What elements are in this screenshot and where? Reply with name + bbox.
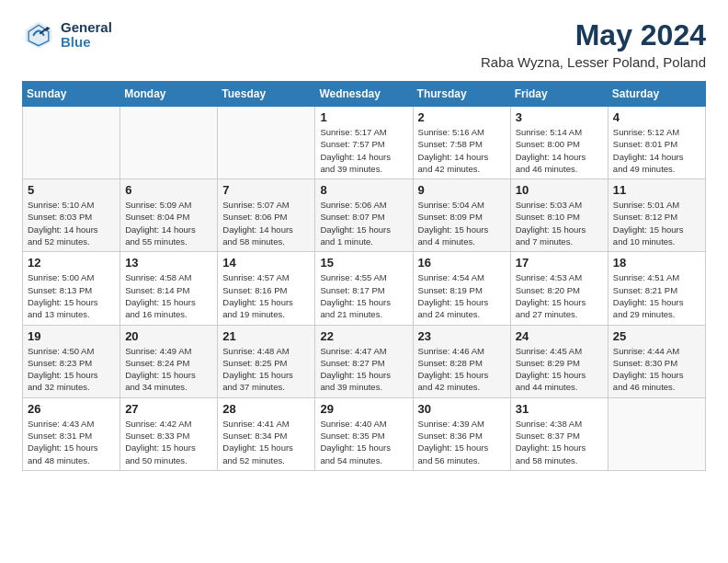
calendar-header: SundayMondayTuesdayWednesdayThursdayFrid… (23, 82, 706, 107)
day-info: Sunrise: 4:44 AM Sunset: 8:30 PM Dayligh… (613, 345, 700, 394)
day-info: Sunrise: 5:14 AM Sunset: 8:00 PM Dayligh… (516, 126, 603, 175)
calendar-table: SundayMondayTuesdayWednesdayThursdayFrid… (22, 81, 706, 471)
day-number: 17 (516, 256, 603, 270)
day-info: Sunrise: 4:48 AM Sunset: 8:25 PM Dayligh… (222, 345, 310, 394)
day-number: 21 (222, 329, 310, 343)
day-info: Sunrise: 4:46 AM Sunset: 8:28 PM Dayligh… (418, 345, 506, 394)
day-cell: 14Sunrise: 4:57 AM Sunset: 8:16 PM Dayli… (218, 252, 315, 325)
page-container: General Blue May 2024 Raba Wyzna, Lesser… (0, 0, 728, 486)
day-number: 23 (418, 329, 506, 343)
day-number: 4 (613, 110, 700, 124)
day-number: 11 (613, 183, 700, 197)
logo-general-text: General (61, 20, 112, 36)
day-number: 19 (28, 329, 115, 343)
day-number: 13 (125, 256, 212, 270)
week-row-5: 26Sunrise: 4:43 AM Sunset: 8:31 PM Dayli… (23, 397, 706, 470)
day-number: 2 (418, 110, 506, 124)
day-cell: 10Sunrise: 5:03 AM Sunset: 8:10 PM Dayli… (510, 179, 608, 252)
day-cell: 18Sunrise: 4:51 AM Sunset: 8:21 PM Dayli… (608, 252, 705, 325)
weekday-row: SundayMondayTuesdayWednesdayThursdayFrid… (23, 82, 706, 107)
day-cell: 31Sunrise: 4:38 AM Sunset: 8:37 PM Dayli… (510, 397, 608, 470)
day-cell (608, 397, 705, 470)
day-number: 12 (28, 256, 115, 270)
day-info: Sunrise: 5:16 AM Sunset: 7:58 PM Dayligh… (418, 126, 506, 175)
day-info: Sunrise: 5:10 AM Sunset: 8:03 PM Dayligh… (28, 199, 115, 247)
day-cell: 26Sunrise: 4:43 AM Sunset: 8:31 PM Dayli… (23, 397, 120, 470)
month-title: May 2024 (481, 18, 706, 52)
day-cell: 15Sunrise: 4:55 AM Sunset: 8:17 PM Dayli… (315, 252, 413, 325)
logo-icon (22, 18, 55, 52)
week-row-1: 1Sunrise: 5:17 AM Sunset: 7:57 PM Daylig… (23, 107, 706, 179)
day-cell: 8Sunrise: 5:06 AM Sunset: 8:07 PM Daylig… (315, 179, 413, 252)
week-row-3: 12Sunrise: 5:00 AM Sunset: 8:13 PM Dayli… (23, 252, 706, 325)
day-cell: 4Sunrise: 5:12 AM Sunset: 8:01 PM Daylig… (608, 107, 705, 179)
day-info: Sunrise: 5:12 AM Sunset: 8:01 PM Dayligh… (613, 126, 700, 175)
day-cell: 19Sunrise: 4:50 AM Sunset: 8:23 PM Dayli… (23, 325, 120, 397)
day-cell: 23Sunrise: 4:46 AM Sunset: 8:28 PM Dayli… (413, 325, 510, 397)
day-info: Sunrise: 4:43 AM Sunset: 8:31 PM Dayligh… (28, 418, 115, 466)
day-cell: 29Sunrise: 4:40 AM Sunset: 8:35 PM Dayli… (315, 397, 413, 470)
day-cell (23, 107, 120, 179)
day-number: 7 (222, 183, 310, 197)
day-number: 8 (320, 183, 407, 197)
day-number: 30 (418, 402, 506, 416)
day-number: 18 (613, 256, 700, 270)
day-number: 16 (418, 256, 506, 270)
day-info: Sunrise: 5:01 AM Sunset: 8:12 PM Dayligh… (613, 199, 700, 247)
location-text: Raba Wyzna, Lesser Poland, Poland (481, 54, 706, 70)
day-number: 9 (418, 183, 506, 197)
day-cell: 9Sunrise: 5:04 AM Sunset: 8:09 PM Daylig… (413, 179, 510, 252)
day-number: 22 (320, 329, 407, 343)
day-info: Sunrise: 4:42 AM Sunset: 8:33 PM Dayligh… (125, 418, 212, 466)
day-info: Sunrise: 5:03 AM Sunset: 8:10 PM Dayligh… (516, 199, 603, 247)
title-block: May 2024 Raba Wyzna, Lesser Poland, Pola… (481, 18, 706, 70)
day-number: 26 (28, 402, 115, 416)
day-number: 24 (516, 329, 603, 343)
day-number: 25 (613, 329, 700, 343)
day-info: Sunrise: 4:51 AM Sunset: 8:21 PM Dayligh… (613, 271, 700, 320)
day-number: 10 (516, 183, 603, 197)
day-info: Sunrise: 4:57 AM Sunset: 8:16 PM Dayligh… (222, 271, 310, 320)
weekday-header-monday: Monday (120, 82, 218, 107)
day-number: 5 (28, 183, 115, 197)
weekday-header-saturday: Saturday (608, 82, 705, 107)
day-info: Sunrise: 5:07 AM Sunset: 8:06 PM Dayligh… (222, 199, 310, 247)
day-cell: 11Sunrise: 5:01 AM Sunset: 8:12 PM Dayli… (608, 179, 705, 252)
day-cell: 22Sunrise: 4:47 AM Sunset: 8:27 PM Dayli… (315, 325, 413, 397)
day-number: 20 (125, 329, 212, 343)
weekday-header-sunday: Sunday (23, 82, 120, 107)
day-cell (120, 107, 218, 179)
day-info: Sunrise: 4:47 AM Sunset: 8:27 PM Dayligh… (320, 345, 407, 394)
day-cell: 6Sunrise: 5:09 AM Sunset: 8:04 PM Daylig… (120, 179, 218, 252)
day-cell: 1Sunrise: 5:17 AM Sunset: 7:57 PM Daylig… (315, 107, 413, 179)
day-info: Sunrise: 4:50 AM Sunset: 8:23 PM Dayligh… (28, 345, 115, 394)
day-cell: 13Sunrise: 4:58 AM Sunset: 8:14 PM Dayli… (120, 252, 218, 325)
day-info: Sunrise: 4:49 AM Sunset: 8:24 PM Dayligh… (125, 345, 212, 394)
day-cell: 25Sunrise: 4:44 AM Sunset: 8:30 PM Dayli… (608, 325, 705, 397)
weekday-header-friday: Friday (510, 82, 608, 107)
day-cell: 7Sunrise: 5:07 AM Sunset: 8:06 PM Daylig… (218, 179, 315, 252)
calendar-body: 1Sunrise: 5:17 AM Sunset: 7:57 PM Daylig… (23, 107, 706, 471)
logo-blue-text: Blue (61, 35, 112, 51)
week-row-2: 5Sunrise: 5:10 AM Sunset: 8:03 PM Daylig… (23, 179, 706, 252)
day-info: Sunrise: 5:06 AM Sunset: 8:07 PM Dayligh… (320, 199, 407, 247)
day-number: 1 (320, 110, 407, 124)
day-cell: 12Sunrise: 5:00 AM Sunset: 8:13 PM Dayli… (23, 252, 120, 325)
day-number: 29 (320, 402, 407, 416)
day-cell: 28Sunrise: 4:41 AM Sunset: 8:34 PM Dayli… (218, 397, 315, 470)
day-info: Sunrise: 4:54 AM Sunset: 8:19 PM Dayligh… (418, 271, 506, 320)
day-cell: 21Sunrise: 4:48 AM Sunset: 8:25 PM Dayli… (218, 325, 315, 397)
day-cell: 30Sunrise: 4:39 AM Sunset: 8:36 PM Dayli… (413, 397, 510, 470)
day-info: Sunrise: 4:53 AM Sunset: 8:20 PM Dayligh… (516, 271, 603, 320)
day-cell: 27Sunrise: 4:42 AM Sunset: 8:33 PM Dayli… (120, 397, 218, 470)
logo-text: General Blue (61, 20, 112, 51)
logo: General Blue (22, 18, 112, 52)
day-number: 14 (222, 256, 310, 270)
day-number: 6 (125, 183, 212, 197)
day-info: Sunrise: 4:40 AM Sunset: 8:35 PM Dayligh… (320, 418, 407, 466)
day-info: Sunrise: 4:39 AM Sunset: 8:36 PM Dayligh… (418, 418, 506, 466)
day-info: Sunrise: 5:17 AM Sunset: 7:57 PM Dayligh… (320, 126, 407, 175)
day-cell: 2Sunrise: 5:16 AM Sunset: 7:58 PM Daylig… (413, 107, 510, 179)
day-cell: 3Sunrise: 5:14 AM Sunset: 8:00 PM Daylig… (510, 107, 608, 179)
day-number: 15 (320, 256, 407, 270)
